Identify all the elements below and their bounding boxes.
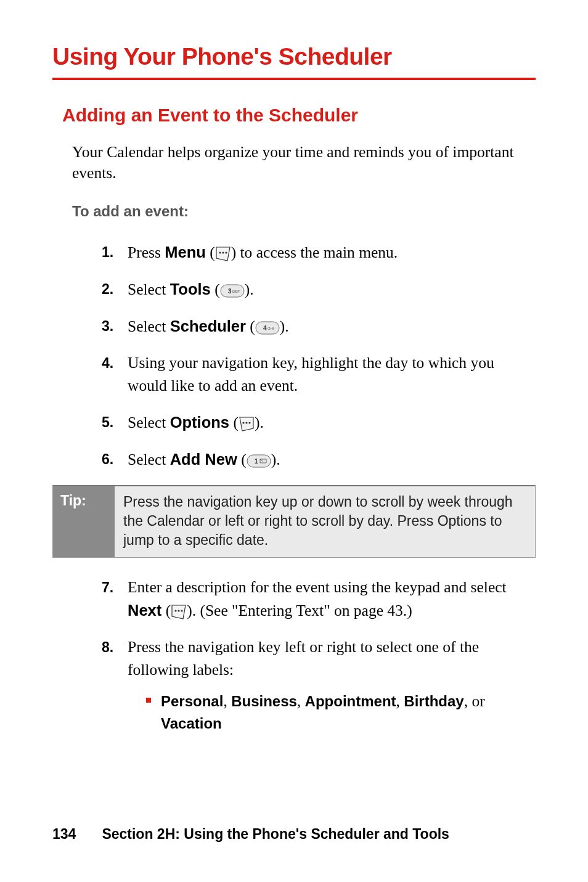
step-text: ( (246, 317, 255, 335)
tip-body: Press the navigation key up or down to s… (115, 486, 535, 557)
tip-box: Tip: Press the navigation key up or down… (52, 485, 536, 558)
step-8: 8. Press the navigation key left or righ… (102, 636, 529, 735)
label-vacation: Vacation (161, 715, 222, 732)
scheduler-label: Scheduler (170, 317, 246, 335)
step-text: Select (128, 414, 170, 431)
step-number: 6. (102, 449, 113, 470)
svg-rect-12 (247, 455, 271, 467)
step-text: Select (128, 280, 170, 298)
page-number: 134 (52, 826, 76, 843)
step-text: ). (280, 317, 289, 335)
step-5: 5. Select Options (). (102, 411, 529, 435)
section-label: Section 2H: Using the Phone's Scheduler … (102, 826, 449, 843)
svg-point-2 (225, 251, 227, 253)
step-text: ). (245, 280, 254, 298)
step-4: 4. Using your navigation key, highlight … (102, 352, 529, 398)
tools-label: Tools (170, 280, 211, 298)
separator: , (223, 692, 231, 710)
step-number: 5. (102, 412, 113, 433)
step-text: ( (237, 451, 247, 468)
svg-text:3: 3 (228, 288, 232, 295)
label-options-list: Personal, Business, Appointment, Birthda… (146, 690, 529, 735)
svg-point-16 (181, 610, 183, 611)
next-label: Next (128, 602, 161, 619)
steps-list: 1. Press Menu () to access the main menu… (102, 241, 529, 472)
page-title: Using Your Phone's Scheduler (52, 43, 536, 80)
svg-point-14 (175, 610, 177, 611)
intro-paragraph: Your Calendar helps organize your time a… (72, 142, 529, 184)
svg-text:4: 4 (263, 325, 267, 332)
step-3: 3. Select Scheduler (4GHI). (102, 315, 529, 338)
or-text: , or (464, 692, 485, 710)
step-text: ). (255, 414, 264, 431)
label-appointment: Appointment (305, 693, 396, 709)
step-text: ( (211, 280, 220, 298)
svg-text:1: 1 (255, 458, 258, 465)
page-footer: 134 Section 2H: Using the Phone's Schedu… (52, 826, 536, 843)
separator: , (396, 692, 404, 710)
step-text: ( (161, 602, 171, 619)
step-number: 8. (102, 637, 113, 658)
softkey-left-dots-icon (171, 604, 187, 620)
step-text: Press the navigation key left or right t… (128, 638, 479, 679)
step-number: 2. (102, 279, 113, 300)
label-business: Business (231, 693, 297, 709)
procedure-heading: To add an event: (72, 203, 536, 220)
step-1: 1. Press Menu () to access the main menu… (102, 241, 529, 264)
step-text: ). (271, 451, 280, 468)
label-option: Personal, Business, Appointment, Birthda… (146, 690, 529, 735)
step-number: 1. (102, 242, 113, 263)
svg-point-10 (245, 422, 247, 423)
step-7: 7. Enter a description for the event usi… (102, 576, 529, 623)
keypad-3-icon: 3DEF (220, 283, 245, 299)
svg-point-0 (219, 251, 221, 253)
add-new-label: Add New (170, 451, 237, 468)
step-text: ). (See "Entering Text" on page 43.) (187, 602, 412, 619)
svg-point-1 (222, 251, 224, 253)
softkey-left-dots-icon (215, 246, 231, 262)
step-6: 6. Select Add New (1). (102, 448, 529, 472)
step-text: ( (229, 414, 239, 431)
step-number: 3. (102, 316, 113, 337)
options-label: Options (170, 414, 229, 431)
label-personal: Personal (161, 693, 223, 709)
label-birthday: Birthday (404, 693, 463, 709)
menu-label: Menu (165, 243, 206, 261)
keypad-1-icon: 1 (247, 453, 271, 469)
step-text: Enter a description for the event using … (128, 578, 507, 596)
step-text: Select (128, 317, 170, 335)
keypad-4-icon: 4GHI (255, 320, 280, 336)
softkey-right-dots-icon (239, 416, 255, 432)
separator: , (297, 692, 305, 710)
section-heading: Adding an Event to the Scheduler (62, 105, 536, 126)
step-number: 7. (102, 578, 113, 598)
steps-list-continued: 7. Enter a description for the event usi… (102, 576, 529, 735)
step-number: 4. (102, 353, 113, 374)
step-text: Select (128, 451, 170, 468)
step-text: Press (128, 243, 165, 261)
step-2: 2. Select Tools (3DEF). (102, 278, 529, 301)
step-text: Using your navigation key, highlight the… (128, 354, 494, 394)
step-text: ( (206, 243, 215, 261)
svg-point-11 (248, 422, 250, 423)
svg-text:GHI: GHI (267, 327, 274, 330)
svg-text:DEF: DEF (232, 290, 240, 293)
tip-label: Tip: (53, 486, 115, 557)
svg-point-15 (178, 610, 180, 611)
svg-point-9 (242, 422, 244, 423)
step-text: ) to access the main menu. (231, 243, 398, 261)
